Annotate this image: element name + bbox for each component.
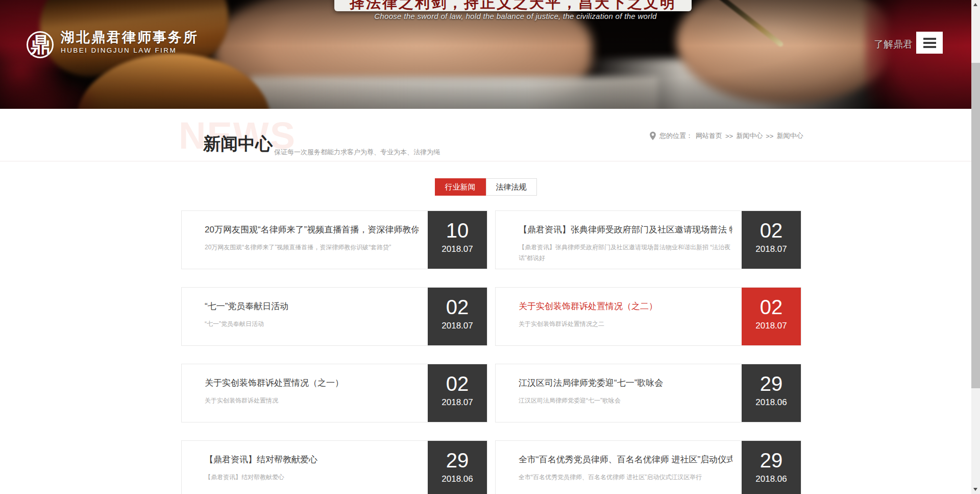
slogan-english: Choose the sword of law, hold the balanc… xyxy=(286,12,745,20)
breadcrumb-current-link[interactable]: 新闻中心 xyxy=(776,131,803,140)
news-text: 关于实创装饰群诉处置情况（之一） 关于实创装饰群诉处置情况 xyxy=(182,364,428,422)
news-day: 29 xyxy=(742,372,801,395)
tab-laws-regulations[interactable]: 法律法规 xyxy=(486,178,537,196)
news-text: 江汉区司法局律师党委迎“七一”歌咏会 江汉区司法局律师党委迎“七一”歌咏会 xyxy=(496,364,742,422)
scrollbar-down-arrow[interactable] xyxy=(973,488,977,491)
news-title[interactable]: 全市“百名优秀党员律师、百名名优律师 进社区”启动仪式... xyxy=(519,454,732,465)
news-month: 2018.07 xyxy=(742,321,801,331)
news-text: 20万网友围观“名律师来了”视频直播首播，资深律师教你... 20万网友围观“名… xyxy=(182,211,428,269)
news-list: 20万网友围观“名律师来了”视频直播首播，资深律师教你... 20万网友围观“名… xyxy=(181,210,801,494)
news-card[interactable]: 关于实创装饰群诉处置情况（之一） 关于实创装饰群诉处置情况 02 2018.07 xyxy=(181,364,487,422)
news-title[interactable]: 20万网友围观“名律师来了”视频直播首播，资深律师教你... xyxy=(205,224,419,236)
firm-name-chinese: 湖北鼎君律师事务所 xyxy=(61,30,199,45)
news-text: 【鼎君资讯】结对帮教献爱心 【鼎君资讯】结对帮教献爱心 xyxy=(182,441,428,494)
firm-name-english: HUBEI DINGJUN LAW FIRM xyxy=(61,46,199,54)
vertical-scrollbar[interactable] xyxy=(971,0,980,494)
news-day: 02 xyxy=(742,296,801,318)
hamburger-menu-icon xyxy=(916,32,943,54)
news-month: 2018.07 xyxy=(428,397,487,408)
news-month: 2018.06 xyxy=(428,474,487,484)
main-content: 行业新闻 法律法规 20万网友围观“名律师来了”视频直播首播，资深律师教你...… xyxy=(0,161,971,494)
news-month: 2018.06 xyxy=(742,474,801,484)
news-text: “七一”党员奉献日活动 “七一”党员奉献日活动 xyxy=(182,288,428,345)
news-summary: 江汉区司法局律师党委迎“七一”歌咏会 xyxy=(519,395,732,406)
news-date-box: 02 2018.07 xyxy=(428,364,487,422)
news-title[interactable]: 【鼎君资讯】结对帮教献爱心 xyxy=(205,454,419,465)
news-date-box: 29 2018.06 xyxy=(428,441,487,494)
news-text: 【鼎君资讯】张典律师受政府部门及社区邀请现场普法 物业... 【鼎君资讯】张典律… xyxy=(496,211,742,269)
news-day: 29 xyxy=(428,449,487,472)
news-card[interactable]: “七一”党员奉献日活动 “七一”党员奉献日活动 02 2018.07 xyxy=(181,287,487,346)
scrollbar-up-arrow[interactable] xyxy=(973,3,977,6)
news-date-box: 10 2018.07 xyxy=(428,211,487,269)
news-month: 2018.07 xyxy=(428,244,487,254)
news-summary: 20万网友围观“名律师来了”视频直播首播，资深律师教你识破“套路贷” xyxy=(205,242,419,253)
logo-mark-glyph: 鼎 xyxy=(30,31,51,59)
logo-text: 湖北鼎君律师事务所 HUBEI DINGJUN LAW FIRM xyxy=(61,30,199,54)
news-day: 29 xyxy=(742,449,801,472)
news-date-box: 29 2018.06 xyxy=(742,441,801,494)
location-pin-icon xyxy=(649,131,656,140)
news-card[interactable]: 【鼎君资讯】张典律师受政府部门及社区邀请现场普法 物业... 【鼎君资讯】张典律… xyxy=(495,210,801,269)
news-summary: 【鼎君资讯】张典律师受政府部门及社区邀请现场普法物业和谐出新招 “法治夜话”都说… xyxy=(519,242,732,264)
menu-bar xyxy=(923,42,936,44)
news-day: 02 xyxy=(428,296,487,318)
hero-banner: 择法律之利剑，持正义之天平，昌天下之文明 Choose the sword of… xyxy=(0,0,980,109)
news-card[interactable]: 关于实创装饰群诉处置情况（之二） 关于实创装饰群诉处置情况之二 02 2018.… xyxy=(495,287,801,346)
news-date-box: 02 2018.07 xyxy=(428,288,487,345)
page-title: 新闻中心 xyxy=(203,132,273,156)
news-day: 02 xyxy=(742,219,801,242)
news-card[interactable]: 全市“百名优秀党员律师、百名名优律师 进社区”启动仪式... 全市“百名优秀党员… xyxy=(495,440,801,494)
about-dingjun-link[interactable]: 了解鼎君 xyxy=(874,38,913,51)
news-title[interactable]: 关于实创装饰群诉处置情况（之一） xyxy=(205,377,419,389)
tab-industry-news[interactable]: 行业新闻 xyxy=(435,178,486,196)
news-date-box: 02 2018.07 xyxy=(742,211,801,269)
menu-button[interactable] xyxy=(916,32,943,54)
news-summary: 关于实创装饰群诉处置情况 xyxy=(205,395,419,406)
page-header-band: NEWS 新闻中心 保证每一次服务都能力求客户为尊、专业为本、法律为绳 您的位置… xyxy=(0,109,980,161)
slogan-plaque: 择法律之利剑，持正义之天平，昌天下之文明 xyxy=(334,0,692,11)
news-tabs: 行业新闻 法律法规 xyxy=(0,178,971,196)
logo[interactable]: 鼎 湖北鼎君律师事务所 HUBEI DINGJUN LAW FIRM xyxy=(27,30,199,58)
news-date-box: 02 2018.07 xyxy=(742,288,801,345)
news-card[interactable]: 【鼎君资讯】结对帮教献爱心 【鼎君资讯】结对帮教献爱心 29 2018.06 xyxy=(181,440,487,494)
news-title[interactable]: 【鼎君资讯】张典律师受政府部门及社区邀请现场普法 物业... xyxy=(519,224,732,236)
breadcrumb: 您的位置： 网站首页 >> 新闻中心 >> 新闻中心 xyxy=(649,131,803,140)
news-summary: 全市“百名优秀党员律师、百名名优律师 进社区”启动仪式江汉区举行 xyxy=(519,472,732,483)
news-text: 关于实创装饰群诉处置情况（之二） 关于实创装饰群诉处置情况之二 xyxy=(496,288,742,345)
logo-icon: 鼎 xyxy=(27,31,54,58)
news-title[interactable]: “七一”党员奉献日活动 xyxy=(205,300,419,312)
breadcrumb-news-link[interactable]: 新闻中心 xyxy=(736,131,763,140)
news-day: 02 xyxy=(428,372,487,395)
news-title[interactable]: 江汉区司法局律师党委迎“七一”歌咏会 xyxy=(519,377,732,389)
menu-bar xyxy=(923,38,936,40)
page-subtitle: 保证每一次服务都能力求客户为尊、专业为本、法律为绳 xyxy=(274,148,440,157)
slogan-chinese: 择法律之利剑，持正义之天平，昌天下之文明 xyxy=(350,0,676,11)
news-summary: 【鼎君资讯】结对帮教献爱心 xyxy=(205,472,419,483)
breadcrumb-home-link[interactable]: 网站首页 xyxy=(696,131,722,140)
news-date-box: 29 2018.06 xyxy=(742,364,801,422)
breadcrumb-separator: >> xyxy=(725,132,733,140)
news-summary: 关于实创装饰群诉处置情况之二 xyxy=(519,319,732,330)
scrollbar-thumb[interactable] xyxy=(971,63,980,388)
breadcrumb-prefix: 您的位置： xyxy=(659,131,693,140)
menu-bar xyxy=(923,46,936,48)
news-text: 全市“百名优秀党员律师、百名名优律师 进社区”启动仪式... 全市“百名优秀党员… xyxy=(496,441,742,494)
news-title[interactable]: 关于实创装饰群诉处置情况（之二） xyxy=(519,300,732,312)
news-day: 10 xyxy=(428,219,487,242)
news-month: 2018.06 xyxy=(742,397,801,408)
breadcrumb-separator: >> xyxy=(766,132,773,140)
news-summary: “七一”党员奉献日活动 xyxy=(205,319,419,330)
news-month: 2018.07 xyxy=(742,244,801,254)
news-card[interactable]: 20万网友围观“名律师来了”视频直播首播，资深律师教你... 20万网友围观“名… xyxy=(181,210,487,269)
news-month: 2018.07 xyxy=(428,321,487,331)
news-card[interactable]: 江汉区司法局律师党委迎“七一”歌咏会 江汉区司法局律师党委迎“七一”歌咏会 29… xyxy=(495,364,801,422)
